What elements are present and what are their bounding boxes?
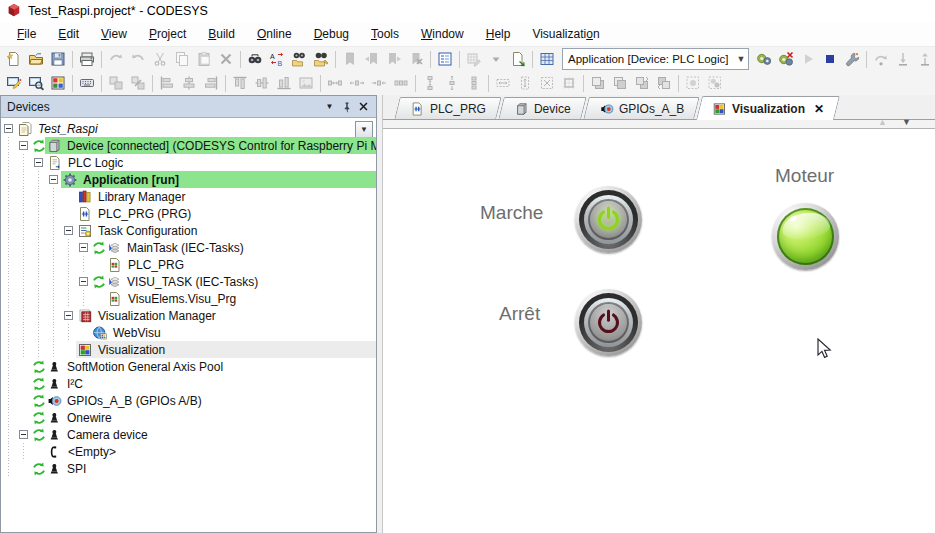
menu-debug[interactable]: Debug	[303, 24, 360, 44]
tree-item-onewire[interactable]: Onewire	[1, 409, 376, 426]
new-object-button[interactable]	[507, 48, 529, 70]
tree-collapse-box[interactable]	[79, 277, 88, 286]
tree-item-label: MainTask (IEC-Tasks)	[124, 241, 247, 255]
remove-horizontal-spacing-button	[390, 72, 412, 94]
save-button[interactable]	[47, 48, 69, 70]
menu-view[interactable]: View	[90, 24, 138, 44]
tree-item-label: PLC_PRG (PRG)	[95, 207, 194, 221]
menu-window[interactable]: Window	[410, 24, 475, 44]
tree-collapse-box[interactable]	[64, 226, 73, 235]
tree-item-spi[interactable]: SPI	[1, 460, 376, 477]
menu-tools[interactable]: Tools	[360, 24, 410, 44]
find-button[interactable]	[244, 48, 266, 70]
bus-icon	[46, 376, 62, 392]
menu-edit[interactable]: Edit	[47, 24, 90, 44]
menu-online[interactable]: Online	[246, 24, 303, 44]
gpio-icon	[46, 393, 62, 409]
tree-collapse-box[interactable]	[79, 243, 88, 252]
tree-item-test-raspi[interactable]: Test_Raspi▼	[1, 120, 376, 137]
tree-item-visu-task-iec-tasks[interactable]: VISU_TASK (IEC-Tasks)	[1, 273, 376, 290]
arret-power-button[interactable]	[575, 289, 642, 356]
visualization-element-list-button[interactable]	[47, 72, 69, 94]
tree-item-plc-logic[interactable]: PLC Logic	[1, 154, 376, 171]
tree-item-i-c[interactable]: I²C	[1, 375, 376, 392]
menu-file[interactable]: File	[6, 24, 47, 44]
tree-item-label: PLC Logic	[65, 156, 126, 170]
tree-item-maintask-iec-tasks[interactable]: MainTask (IEC-Tasks)	[1, 239, 376, 256]
editor-area: PLC_PRGDeviceGPIOs_A_BVisualization✕ ▲ ▼…	[382, 95, 935, 533]
size-to-grid-button	[558, 72, 580, 94]
tree-item-plc-prg[interactable]: PLC_PRG	[1, 256, 376, 273]
close-icon[interactable]	[355, 99, 372, 114]
tree-collapse-box[interactable]	[4, 124, 13, 133]
tree-collapse-box[interactable]	[64, 311, 73, 320]
logout-button[interactable]	[775, 48, 797, 70]
panel-menu-chevron-icon[interactable]: ▼	[321, 99, 338, 114]
tree-item-device-connected-codesys-control-for-raspberry-pi-mc-sl[interactable]: Device [connected] (CODESYS Control for …	[1, 137, 376, 154]
tree-item-library-manager[interactable]: Library Manager	[1, 188, 376, 205]
menu-visualization[interactable]: Visualization	[521, 24, 610, 44]
tree-guide	[1, 205, 16, 222]
tree-item-label: <Empty>	[65, 445, 119, 459]
tab-visualization[interactable]: Visualization✕	[696, 96, 840, 120]
tab-close-icon[interactable]: ✕	[814, 104, 824, 114]
online-refresh-icon	[31, 376, 45, 392]
single-cycle-button[interactable]	[841, 48, 863, 70]
app-icon	[62, 172, 78, 188]
keyboard-usage-button[interactable]	[76, 72, 98, 94]
tree-item-application-run[interactable]: Application [run]	[1, 171, 376, 188]
send-backward-button	[653, 72, 675, 94]
replace-in-project-button[interactable]	[310, 48, 332, 70]
device-icon	[46, 138, 62, 154]
tree-collapse-box[interactable]	[19, 430, 28, 439]
tree-item-empty[interactable]: <Empty>	[1, 443, 376, 460]
make-same-height-button	[514, 72, 536, 94]
login-button[interactable]	[753, 48, 775, 70]
marche-power-button[interactable]	[575, 186, 642, 253]
find-in-project-button[interactable]	[288, 48, 310, 70]
tree-item-label: Test_Raspi	[35, 122, 101, 136]
tab-device[interactable]: Device	[498, 97, 586, 119]
open-project-button[interactable]	[25, 48, 47, 70]
menu-build[interactable]: Build	[197, 24, 246, 44]
tree-guide	[16, 171, 31, 188]
tree-item-plc-prg-prg[interactable]: PLC_PRG (PRG)	[1, 205, 376, 222]
chevron-down-icon[interactable]: ▼	[733, 54, 748, 64]
tree-item-camera-device[interactable]: Camera device	[1, 426, 376, 443]
tab-gpios-a-b[interactable]: GPIOs_A_B	[583, 97, 700, 119]
menu-project[interactable]: Project	[138, 24, 197, 44]
tree-item-visualization[interactable]: Visualization	[1, 341, 376, 358]
tree-collapse-box[interactable]	[34, 158, 43, 167]
tree-guide	[61, 324, 76, 341]
tree-guide	[76, 290, 91, 307]
tree-item-visuelems-visu-prg[interactable]: VisuElems.Visu_Prg	[1, 290, 376, 307]
bus-icon	[46, 427, 62, 443]
scroll-down-chevron-icon[interactable]: ▼	[902, 118, 911, 127]
tree-item-gpios-a-b-gpios-a-b[interactable]: GPIOs_A_B (GPIOs A/B)	[1, 392, 376, 409]
tree-item-band: Task Configuration	[76, 222, 376, 239]
tree-guide	[46, 273, 61, 290]
replace-button[interactable]: AB	[266, 48, 288, 70]
project-dropdown-button[interactable]: ▼	[355, 121, 373, 138]
tab-label: Visualization	[732, 102, 805, 116]
tree-collapse-box[interactable]	[49, 175, 58, 184]
tree-item-webvisu[interactable]: WebVisu	[1, 324, 376, 341]
properties-button[interactable]	[434, 48, 456, 70]
active-application-combobox[interactable]: Application [Device: PLC Logic] ▼	[562, 48, 749, 70]
build-button[interactable]	[536, 48, 558, 70]
print-button[interactable]	[76, 48, 98, 70]
tree-collapse-box[interactable]	[19, 141, 28, 150]
pin-icon[interactable]	[338, 99, 355, 114]
tree-item-softmotion-general-axis-pool[interactable]: SoftMotion General Axis Pool	[1, 358, 376, 375]
tree-item-label: Library Manager	[95, 190, 188, 204]
tree-guide	[16, 222, 31, 239]
tree-item-visualization-manager[interactable]: Visualization Manager	[1, 307, 376, 324]
stop-button[interactable]	[819, 48, 841, 70]
tab-plc-prg[interactable]: PLC_PRG	[394, 97, 502, 119]
visualization-interface-editor-button[interactable]	[3, 72, 25, 94]
visualization-hotkeys-button[interactable]	[25, 72, 47, 94]
scroll-up-chevron-icon[interactable]: ▲	[878, 118, 887, 127]
menu-help[interactable]: Help	[475, 24, 522, 44]
new-project-button[interactable]	[3, 48, 25, 70]
tree-item-task-configuration[interactable]: Task Configuration	[1, 222, 376, 239]
